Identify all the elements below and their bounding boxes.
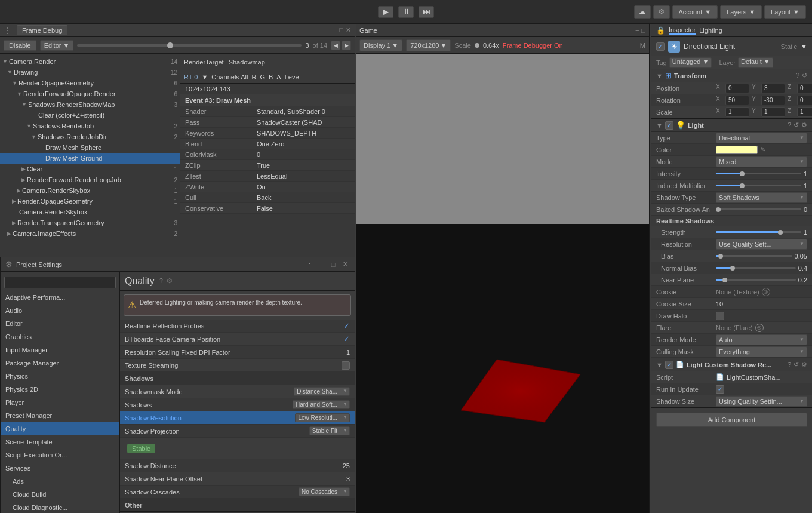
panel-menu-btn[interactable]: ⋮ [304,260,314,269]
layout-button[interactable]: Layout▼ [764,5,806,19]
slider-thumb[interactable] [167,42,173,48]
rot-y-field[interactable] [761,96,785,105]
collab-icon[interactable]: ☁ [634,5,651,19]
rot-x-field[interactable] [725,96,749,105]
custom-enabled-check[interactable]: ✓ [665,361,673,369]
shadow-type-dropdown[interactable]: Soft Shadows [716,192,807,203]
settings-item-audio[interactable]: Audio [1,304,119,317]
pos-y-field[interactable] [761,84,785,93]
settings-item-input[interactable]: Input Manager [1,343,119,357]
scale-x-field[interactable] [725,107,749,117]
lighting-tab[interactable]: Lighting [699,27,722,34]
object-enabled-check[interactable]: ✓ [656,42,665,51]
tree-item[interactable]: ▶ Camera.RenderSkybox 1 [0,185,180,196]
settings-item-script[interactable]: Script Execution Or... [1,449,119,462]
maximize-icon[interactable]: □ [339,26,343,34]
culling-mask-dropdown[interactable]: Everything [716,346,807,357]
cookie-target-icon[interactable]: ◎ [762,288,770,296]
light-refresh-icon[interactable]: ↺ [793,121,799,129]
resolution-dropdown[interactable]: 720x1280▼ [406,39,451,51]
add-component-button[interactable]: Add Component [656,413,807,427]
tree-item[interactable]: ▶ Render.TransparentGeometry 3 [0,217,180,228]
tree-item[interactable]: ▼ Shadows.RenderJobDir 2 [0,131,180,142]
light-help-icon[interactable]: ? [788,121,791,129]
pos-x-field[interactable] [725,84,749,93]
scale-y-field[interactable] [761,107,785,117]
game-maximize-icon[interactable]: □ [641,27,645,34]
texture-streaming-check[interactable] [342,361,350,370]
settings-item-adaptive[interactable]: Adaptive Performa... [1,291,119,304]
near-plane-slider[interactable]: 0.2 [716,277,807,284]
intensity-slider[interactable]: 1 [716,170,807,177]
settings-item-cloud-build[interactable]: Cloud Build [1,488,119,501]
tree-item[interactable]: ▶ Clear 1 [0,164,180,174]
shadow-projection-dropdown[interactable]: Stable Fit [309,426,350,435]
settings-icon[interactable]: ⚙ [653,5,670,19]
indirect-slider[interactable]: 1 [716,182,807,189]
frame-debug-tab[interactable]: Frame Debug [17,25,67,35]
reflection-probes-check[interactable]: ✓ [343,321,350,330]
settings-item-preset[interactable]: Preset Manager [1,409,119,422]
tree-item[interactable]: ▶ Render.OpaqueGeometry 1 [0,196,180,207]
settings-item-scene[interactable]: Scene Template [1,435,119,449]
light-color-swatch[interactable] [716,146,758,154]
settings-item-physics[interactable]: Physics [1,370,119,383]
minimize-icon[interactable]: − [333,26,337,34]
custom-gear-icon[interactable]: ⚙ [801,361,807,368]
transform-header[interactable]: ▼ ⊞ Transform ? ↺ [651,69,812,82]
panel-menu-icon[interactable]: ⋮ [4,26,12,35]
game-tab[interactable]: Game [359,27,377,34]
flare-target-icon[interactable]: ◎ [755,324,764,332]
game-minimize-icon[interactable]: − [635,27,639,34]
gear-icon[interactable]: ⚙ [167,277,173,285]
settings-item-player[interactable]: Player [1,396,119,409]
light-header[interactable]: ▼ ✓ 💡 Light ? ↺ ⚙ [651,119,812,132]
account-button[interactable]: Account▼ [672,5,718,19]
settings-item-services[interactable]: Services [1,462,119,475]
tree-item[interactable]: ▼ Shadows.RenderJob 2 [0,121,180,131]
layer-dropdown[interactable]: Default ▼ [738,57,773,68]
help-icon[interactable]: ? [159,277,163,285]
tree-item[interactable]: ▼ Drawing 12 [0,67,180,78]
inspector-tab[interactable]: Inspector [669,26,696,35]
layers-button[interactable]: Layers▼ [720,5,762,19]
disable-button[interactable]: Disable [4,40,36,51]
display-dropdown[interactable]: Display 1▼ [359,39,402,51]
light-custom-header[interactable]: ▼ ✓ 📄 Light Custom Shadow Re... ? ↺ ⚙ [651,358,812,371]
tree-item[interactable]: ▼ Camera.Render 14 [0,56,180,67]
step-button[interactable]: ⏭ [419,6,434,18]
shadowmask-dropdown[interactable]: Distance Sha... [294,387,350,396]
scale-z-field[interactable] [797,107,812,117]
tree-item[interactable]: ▶ RenderForward.RenderLoopJob 2 [0,174,180,185]
normal-bias-slider[interactable]: 0.4 [716,265,807,272]
tree-item[interactable]: Clear (color+Z+stencil) [0,110,180,121]
settings-item-graphics[interactable]: Graphics [1,330,119,343]
draw-halo-check[interactable] [716,312,724,320]
bias-slider[interactable]: 0.05 [716,253,807,260]
shadows-dropdown[interactable]: Hard and Soft... [293,400,350,409]
close-icon[interactable]: ✕ [346,26,351,34]
tree-item[interactable]: Camera.RenderSkybox [0,207,180,217]
panel-close-btn[interactable]: ✕ [340,260,350,269]
shadow-resolution-dropdown[interactable]: Low Resoluti... [295,413,350,422]
tree-item[interactable]: Draw Mesh Sphere [0,142,180,153]
pos-z-field[interactable] [797,84,812,93]
editor-dropdown[interactable]: Editor▼ [40,40,74,51]
custom-help-icon[interactable]: ? [788,361,791,368]
lock-icon[interactable]: 🔒 [656,26,665,35]
color-picker-icon[interactable]: ✎ [760,146,765,153]
frame-slider[interactable] [77,44,302,47]
pause-button[interactable]: ⏸ [398,6,414,18]
tree-item[interactable]: ▼ Render.OpaqueGeometry 6 [0,78,180,88]
light-gear-icon[interactable]: ⚙ [801,121,807,129]
settings-item-package[interactable]: Package Manager [1,357,119,370]
settings-gear-icon[interactable]: ⚙ [5,260,13,269]
panel-maximize-btn[interactable]: □ [328,260,338,269]
run-in-update-check[interactable]: ✓ [716,385,724,394]
play-button[interactable]: ▶ [378,6,393,18]
tree-item[interactable]: ▼ RenderForwardOpaque.Render 6 [0,88,180,99]
game-more-icon[interactable]: M [640,42,645,49]
settings-item-physics2d[interactable]: Physics 2D [1,383,119,396]
settings-item-editor[interactable]: Editor [1,317,119,330]
prev-frame-button[interactable]: ◀ [331,41,340,50]
